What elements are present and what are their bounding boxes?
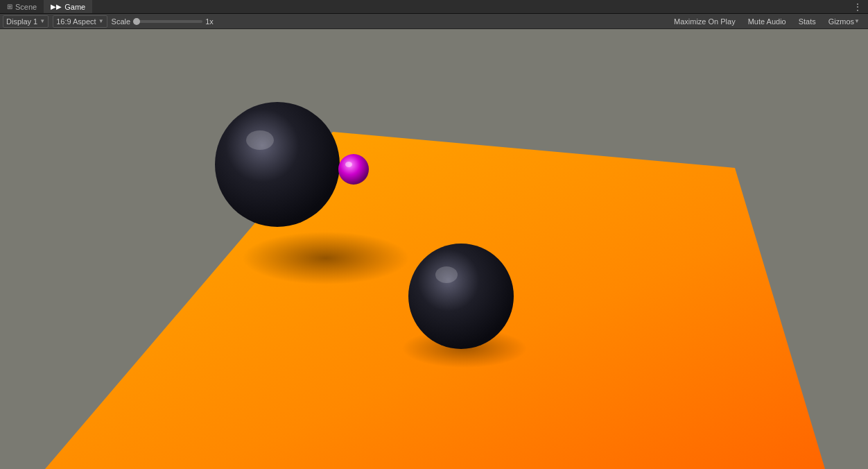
- mute-audio-label: Mute Audio: [748, 17, 786, 26]
- tab-scene-label: Scene: [15, 3, 37, 11]
- game-viewport: [0, 29, 868, 469]
- shadow-large-sphere: [243, 232, 409, 284]
- maximize-label: Maximize On Play: [674, 17, 736, 26]
- toolbar-right: Maximize On Play Mute Audio Stats Gizmos…: [668, 15, 865, 28]
- aspect-dropdown[interactable]: 16:9 Aspect ▼: [53, 15, 107, 28]
- display-dropdown[interactable]: Display 1 ▼: [3, 15, 49, 28]
- sphere-medium: [408, 244, 514, 349]
- tab-scene[interactable]: ⊞ Scene: [0, 0, 44, 13]
- stats-button[interactable]: Stats: [793, 15, 822, 28]
- sphere-large-highlight: [246, 130, 274, 150]
- tab-bar: ⊞ Scene ▶▶ Game ⋮: [0, 0, 868, 14]
- display-label: Display 1: [6, 17, 37, 26]
- sphere-large: [215, 102, 340, 227]
- aspect-label: 16:9 Aspect: [56, 17, 96, 26]
- sphere-medium-highlight: [435, 266, 458, 283]
- display-dropdown-arrow: ▼: [40, 18, 45, 24]
- scale-section: Scale 1x: [112, 17, 214, 26]
- game-icon: ▶▶: [51, 3, 62, 10]
- mute-audio-button[interactable]: Mute Audio: [743, 15, 792, 28]
- gizmos-dropdown[interactable]: Gizmos ▼: [823, 15, 865, 28]
- scene-svg: [0, 29, 868, 469]
- aspect-dropdown-arrow: ▼: [98, 18, 104, 24]
- sphere-small-highlight: [345, 162, 352, 167]
- sphere-small: [338, 154, 369, 185]
- scene-canvas: [0, 29, 868, 469]
- scale-value: 1x: [205, 17, 214, 26]
- scene-icon: ⊞: [7, 3, 12, 10]
- tab-more-button[interactable]: ⋮: [847, 1, 868, 12]
- scale-slider[interactable]: [133, 20, 202, 23]
- gizmos-label: Gizmos: [828, 17, 854, 26]
- scale-slider-thumb: [133, 18, 140, 25]
- scale-label: Scale: [112, 17, 131, 26]
- tab-game-label: Game: [64, 3, 85, 11]
- maximize-on-play-button[interactable]: Maximize On Play: [668, 15, 741, 28]
- tab-game[interactable]: ▶▶ Game: [44, 0, 92, 13]
- stats-label: Stats: [799, 17, 816, 26]
- gizmos-arrow: ▼: [854, 18, 860, 24]
- toolbar: Display 1 ▼ 16:9 Aspect ▼ Scale 1x Maxim…: [0, 14, 868, 29]
